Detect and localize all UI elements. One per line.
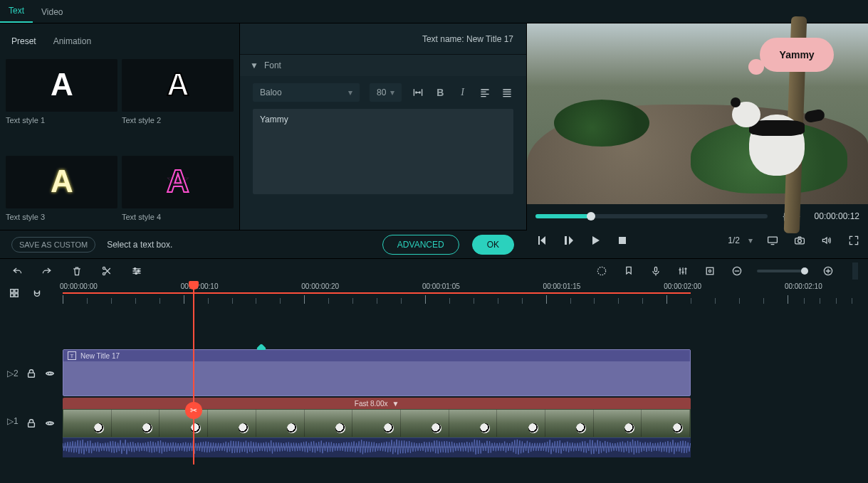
text-type-icon: T [68,351,76,360]
font-size-select[interactable]: 80 ▾ [370,83,402,102]
bold-button[interactable]: B [434,85,446,100]
font-family-select[interactable]: Baloo ▾ [253,83,360,102]
adjust-icon[interactable] [130,264,144,278]
timeline: 00:00:00:0000:00:00:1000:00:00:2000:00:0… [0,282,868,465]
svg-rect-23 [11,294,14,297]
advanced-button[interactable]: ADVANCED [382,235,459,255]
tab-text[interactable]: Text [0,1,33,23]
text-content-input[interactable]: Yammy [253,109,513,194]
font-size-value: 80 [377,87,386,97]
snap-icon[interactable] [30,286,44,300]
ok-button[interactable]: OK [472,235,514,255]
chevron-down-icon: ▾ [390,87,394,97]
progress-slider[interactable] [535,214,768,218]
display-icon[interactable] [765,233,780,248]
text-editor-panel: Text name: New Title 17 ▼ Font Baloo ▾ 8… [240,23,527,253]
zoom-in-icon[interactable] [821,264,835,278]
textname-value: New Title 17 [466,34,513,44]
mixer-icon[interactable] [676,264,690,278]
svg-point-28 [48,422,51,425]
style-tile-2[interactable]: A Text style 2 [122,59,234,152]
fullscreen-icon[interactable] [847,233,861,248]
svg-rect-17 [706,267,713,275]
svg-point-12 [134,267,136,270]
undo-icon[interactable] [10,264,24,278]
preview-scene: Yammy [527,23,868,204]
style-thumb-2: A [122,59,234,112]
video-clip[interactable]: ▶wondershare-b03e3e90-4014-4b04-aae0-b44… [63,409,691,437]
snapshot-icon[interactable] [793,233,807,248]
svg-point-14 [135,272,137,274]
editor-footer: SAVE AS CUSTOM Select a text box. ADVANC… [0,230,527,258]
preview-viewport[interactable]: Yammy [527,23,868,204]
style-tile-1[interactable]: A Text style 1 [6,59,117,152]
char-spacing-icon[interactable] [412,85,424,100]
title-clip-name: New Title 17 [80,352,120,360]
top-tabs: Text Video [0,0,868,23]
subtab-animation[interactable]: Animation [45,32,100,51]
section-font-label: Font [264,60,281,70]
svg-point-13 [137,270,140,272]
manage-tracks-icon[interactable] [7,286,21,300]
record-voice-icon[interactable] [649,264,663,278]
tracks: ▷2 TNew Title 17 ▷1 Fast 8.00x▼ ▶wond [0,304,868,465]
align-justify-icon[interactable] [501,85,513,100]
style-label-4: Text style 4 [122,213,234,221]
render-icon[interactable] [595,264,609,278]
delete-icon[interactable] [70,264,84,278]
save-as-custom-button[interactable]: SAVE AS CUSTOM [11,237,95,253]
playback-controls: 1/2▾ [527,228,868,253]
svg-rect-16 [654,267,657,271]
visibility-icon[interactable] [44,366,56,381]
zoom-out-icon[interactable] [730,264,744,278]
zoom-slider[interactable] [757,270,808,272]
play-button[interactable] [588,233,602,248]
page-select[interactable]: 1/2▾ [728,235,753,245]
preview-timecode: 00:00:00:12 [815,211,859,221]
lock-icon[interactable] [26,416,37,430]
panel-divider[interactable] [852,262,858,280]
visibility-icon[interactable] [44,416,56,430]
svg-text:A: A [51,67,73,102]
chevron-down-icon: ▾ [348,87,352,97]
volume-icon[interactable] [820,233,834,248]
footer-hint: Select a text box. [107,240,172,250]
section-font[interactable]: ▼ Font [240,55,526,76]
stop-button[interactable] [615,233,629,248]
speed-strip[interactable]: Fast 8.00x▼ [63,398,691,409]
svg-rect-27 [28,423,34,427]
redo-icon[interactable] [40,264,54,278]
prev-frame-button[interactable] [534,233,548,248]
speech-bubble: Yammy [760,38,834,72]
play-pause-button[interactable] [561,233,575,248]
crop-icon[interactable] [703,264,717,278]
lock-icon[interactable] [26,366,37,381]
transport-row: { } 00:00:00:12 [527,204,868,228]
style-thumb-1: A [6,59,117,112]
align-left-icon[interactable] [479,85,491,100]
caret-down-icon: ▼ [250,60,258,70]
playhead[interactable]: ✂ [193,282,194,465]
tab-video[interactable]: Video [33,3,71,23]
chevron-down-icon: ▾ [748,235,753,245]
svg-rect-25 [28,373,34,377]
subtab-preset[interactable]: Preset [3,32,45,51]
bubble-text: Yammy [780,49,815,60]
time-ruler[interactable]: 00:00:00:0000:00:00:1000:00:00:2000:00:0… [63,282,868,304]
style-label-2: Text style 2 [122,116,234,124]
page-value: 1/2 [728,235,740,245]
title-clip[interactable]: TNew Title 17 [63,349,691,396]
svg-text:A: A [167,175,189,187]
track-id-1: ▷1 [7,416,19,426]
italic-button[interactable]: I [456,85,469,100]
marker-icon[interactable] [622,264,636,278]
svg-rect-24 [15,294,18,297]
svg-rect-6 [619,237,626,244]
style-thumb-3: A A [6,156,117,208]
split-icon[interactable] [100,264,114,278]
svg-rect-21 [11,290,14,292]
audio-strip[interactable] [63,437,691,457]
preview-panel: Yammy { } 00:00:00:12 1/2▾ [527,23,868,253]
svg-text:A: A [51,164,73,198]
video-track: ▷1 Fast 8.00x▼ ▶wondershare-b03e3e90-401… [0,398,868,459]
